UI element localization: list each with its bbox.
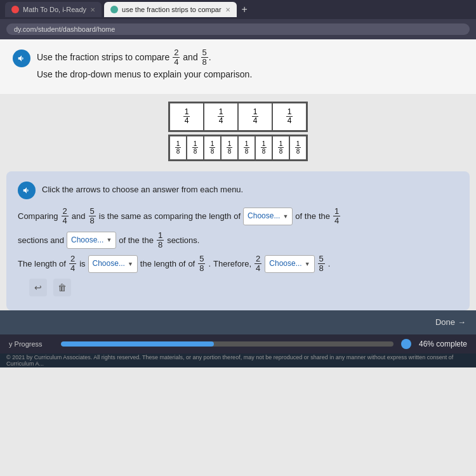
new-tab-button[interactable]: + xyxy=(242,4,248,15)
line2-of: of the xyxy=(119,233,140,248)
strip-cell-1-8-1: 18 xyxy=(169,136,187,160)
line1-comparing: Comparing xyxy=(18,209,58,223)
dropdown-2-arrow: ▼ xyxy=(106,235,112,245)
line3-the-length: the length of xyxy=(140,256,186,271)
dropdown-3-arrow: ▼ xyxy=(128,259,133,269)
tab-favicon-1 xyxy=(11,6,19,13)
done-button[interactable]: Done → xyxy=(435,317,466,327)
line2-prefix: sections and xyxy=(18,233,64,248)
bottom-actions: ↩ 🗑 xyxy=(18,274,458,301)
dropdown-1-arrow: ▼ xyxy=(282,211,288,221)
line3-frac4: 5 8 xyxy=(318,255,325,274)
tab-label-1: Math To Do, i-Ready xyxy=(23,6,86,13)
progress-fill xyxy=(61,341,214,347)
tab-label-2: use the fraction strips to compar xyxy=(122,6,221,13)
progress-label: y Progress xyxy=(9,340,53,348)
tab-math[interactable]: Math To Do, i-Ready ✕ xyxy=(5,2,102,17)
progress-percent: 46% complete xyxy=(419,340,467,348)
line2-ref-frac: 1 8 xyxy=(157,231,164,250)
dropdown-2-label: Choose... xyxy=(71,234,103,248)
answer-header-text: Click the arrows to choose an answer fro… xyxy=(42,185,243,194)
answer-header: Click the arrows to choose an answer fro… xyxy=(18,180,458,199)
question-header: Use the fraction strips to compare 2 4 a… xyxy=(13,48,463,81)
line3-of: of xyxy=(188,256,195,271)
answer-line-1: Comparing 2 4 and 5 8 is the same as com… xyxy=(18,207,458,226)
fraction-2-4: 2 4 xyxy=(173,48,180,67)
tab-bar: Math To Do, i-Ready ✕ use the fraction s… xyxy=(0,0,476,19)
strip-cell-1-8-5: 18 xyxy=(238,136,255,160)
question-area: Use the fraction strips to compare 2 4 a… xyxy=(0,39,476,94)
tab-close-1[interactable]: ✕ xyxy=(90,6,95,13)
line1-and: and xyxy=(72,209,86,223)
line2-suffix: sections. xyxy=(167,233,199,248)
strip-cell-1-8-8: 18 xyxy=(289,136,307,160)
speaker-svg xyxy=(17,54,26,63)
page-content: Use the fraction strips to compare 2 4 a… xyxy=(0,39,476,476)
line1-suffix: is the same as comparing the length of xyxy=(99,209,241,223)
browser-chrome: Math To Do, i-Ready ✕ use the fraction s… xyxy=(0,0,476,39)
dropdown-1-label: Choose... xyxy=(248,209,280,223)
question-line2: Use the drop-down menus to explain your … xyxy=(37,67,252,81)
line1-ref-frac: 1 4 xyxy=(333,207,340,226)
line1-frac2: 5 8 xyxy=(89,207,96,226)
strip-cell-1-4-4: 14 xyxy=(272,103,307,131)
strip-cell-1-4-3: 14 xyxy=(238,103,272,131)
done-label: Done xyxy=(435,317,455,327)
progress-area: y Progress 46% complete xyxy=(0,334,476,354)
copyright-bar: © 2021 by Curriculum Associates. All rig… xyxy=(0,354,476,367)
line3-therefore: Therefore, xyxy=(213,256,251,271)
question-and: and xyxy=(183,52,197,62)
address-bar: dy.com/student/dashboard/home xyxy=(0,19,476,39)
speaker-icon[interactable] xyxy=(13,50,30,67)
line3-frac3: 2 4 xyxy=(255,255,261,274)
tab-close-2[interactable]: ✕ xyxy=(225,6,230,13)
strip-cell-1-8-2: 18 xyxy=(187,136,204,160)
strip-cell-1-4-2: 14 xyxy=(204,103,238,131)
line3-frac2: 5 8 xyxy=(198,255,205,274)
strip-cell-1-8-3: 18 xyxy=(204,136,221,160)
undo-button[interactable]: ↩ xyxy=(29,279,47,296)
line1-of: of the xyxy=(295,209,316,223)
strip-cell-1-8-6: 18 xyxy=(255,136,272,160)
dropdown-1[interactable]: Choose... ▼ xyxy=(243,208,293,225)
answer-line-2: sections and Choose... ▼ of the the 1 8 … xyxy=(18,231,458,250)
progress-dot xyxy=(401,339,411,349)
dropdown-2[interactable]: Choose... ▼ xyxy=(67,232,116,249)
dropdown-4-label: Choose... xyxy=(269,257,301,271)
line3-is: is xyxy=(79,256,85,271)
answer-lines: Comparing 2 4 and 5 8 is the same as com… xyxy=(18,207,458,274)
strip-cell-1-8-7: 18 xyxy=(272,136,289,160)
tab-fractions[interactable]: use the fraction strips to compar ✕ xyxy=(104,2,237,17)
dropdown-3-label: Choose... xyxy=(93,257,125,271)
dropdown-4-arrow: ▼ xyxy=(305,259,310,269)
question-text: Use the fraction strips to compare 2 4 a… xyxy=(37,48,252,81)
strip-cell-1-4-1: 14 xyxy=(169,103,204,131)
dropdown-4[interactable]: Choose... ▼ xyxy=(265,255,314,273)
progress-track xyxy=(61,341,393,347)
question-line1: Use the fraction strips to compare 2 4 a… xyxy=(37,48,252,67)
line2-the: the xyxy=(142,233,154,248)
question-prefix: Use the fraction strips to compare xyxy=(37,52,169,62)
address-text[interactable]: dy.com/student/dashboard/home xyxy=(6,23,470,35)
page-footer: Done → xyxy=(0,310,476,334)
strip-cell-1-8-4: 18 xyxy=(221,136,238,160)
copyright-text: © 2021 by Curriculum Associates. All rig… xyxy=(6,354,470,367)
speaker-svg-2 xyxy=(22,186,31,195)
dropdown-3[interactable]: Choose... ▼ xyxy=(88,255,138,273)
line1-frac1: 2 4 xyxy=(62,207,69,226)
speaker-icon-2[interactable] xyxy=(18,182,36,199)
strip-fourths: 14 14 14 14 xyxy=(168,102,308,132)
done-arrow: → xyxy=(458,317,466,327)
strips-area: 14 14 14 14 18 18 18 18 xyxy=(0,94,476,171)
line3-frac1: 2 4 xyxy=(69,255,76,274)
tab-favicon-2 xyxy=(110,6,118,13)
fraction-5-8: 5 8 xyxy=(201,48,208,67)
delete-button[interactable]: 🗑 xyxy=(53,279,71,296)
line1-the: the xyxy=(319,209,330,223)
answer-line-3: The length of 2 4 is Choose... ▼ the len… xyxy=(18,255,458,274)
line3-prefix: The length of xyxy=(18,256,66,271)
strip-eighths: 18 18 18 18 18 18 18 18 xyxy=(168,135,308,161)
answer-area: Click the arrows to choose an answer fro… xyxy=(6,171,470,310)
